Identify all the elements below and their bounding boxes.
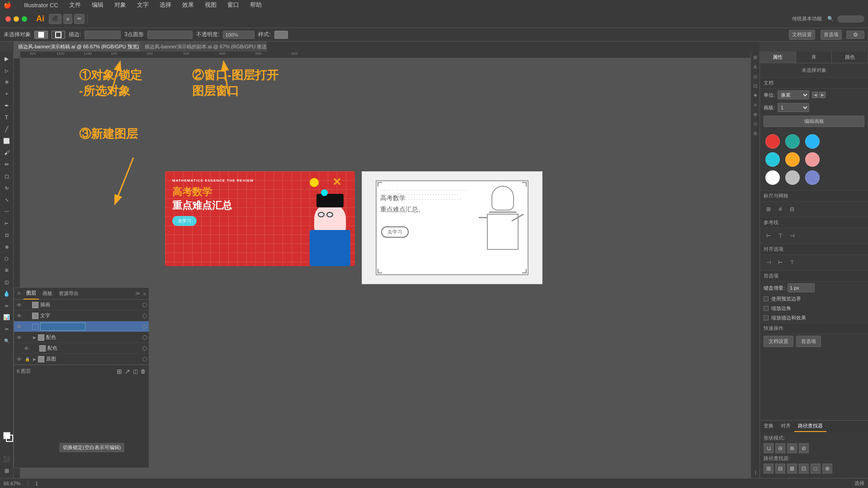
panel-icon-9[interactable]: ⊚ [751, 129, 760, 137]
layer-name-illustration[interactable]: 插画 [40, 301, 141, 308]
panel-icon-1[interactable]: ⊞ [751, 53, 760, 61]
draw-mode[interactable]: ⬛ [1, 454, 12, 465]
panel-icon-bottom[interactable]: ⟩ [751, 468, 760, 476]
panel-icon-6[interactable]: ≡ [751, 101, 760, 109]
layer-lock-original[interactable]: 🔒 [24, 356, 30, 362]
trim-btn[interactable]: ⊟ [775, 464, 785, 474]
search-icon[interactable]: 🔍 [827, 16, 837, 22]
layer-name-text[interactable]: 文字 [40, 312, 141, 319]
show-ruler-icon[interactable]: ⊞ [764, 204, 774, 214]
unite-btn[interactable]: ⊔ [764, 443, 774, 453]
layer-target-text[interactable] [142, 314, 147, 318]
layer-visibility-original[interactable]: 👁 [16, 356, 22, 362]
magic-wand-tool[interactable]: ✳ [1, 77, 12, 88]
swatch-orange[interactable] [785, 152, 800, 167]
direct-selection-tool[interactable]: ▷ [1, 65, 12, 76]
preview-bounds-checkbox[interactable] [764, 296, 769, 301]
swatch-red[interactable] [765, 134, 780, 149]
swatch-lightblue[interactable] [805, 134, 820, 149]
swatch-white[interactable] [765, 170, 780, 185]
align-tab[interactable]: 对齐 [777, 421, 794, 432]
opacity-input[interactable]: 100% [223, 31, 255, 39]
new-layer-btn[interactable]: ⊞ [117, 368, 122, 375]
layer-visibility-colors-sub[interactable]: 👁 [23, 345, 29, 352]
style-preview[interactable] [274, 31, 288, 39]
outline-btn[interactable]: □ [811, 464, 821, 474]
artboard-select[interactable]: 1 [778, 103, 809, 112]
menu-edit[interactable]: 编辑 [90, 1, 105, 9]
transform-tab[interactable]: 变换 [760, 421, 777, 432]
keyboard-increment-input[interactable] [788, 283, 815, 292]
shape-selector[interactable] [147, 31, 193, 39]
layer-target-original[interactable] [142, 357, 147, 361]
blend-tool[interactable]: ∞ [1, 300, 12, 311]
snap-icon[interactable]: ⊟ [787, 204, 797, 214]
arrange-btn[interactable]: ⬛ [49, 14, 61, 24]
edit-artboards-btn[interactable]: 编辑画板 [764, 116, 864, 127]
layer-target-active[interactable] [142, 324, 147, 329]
chart-tool[interactable]: 📊 [1, 312, 12, 323]
swatch-cyan[interactable] [765, 152, 780, 167]
align-left-icon[interactable]: ⊣ [764, 258, 774, 267]
apple-menu[interactable]: 🍎 [4, 1, 11, 9]
zoom-tool[interactable]: 🔍 [1, 335, 12, 346]
minus-back-btn[interactable]: ⊕ [822, 464, 832, 474]
layer-name-input-active[interactable] [40, 323, 85, 331]
panel-icon-5[interactable]: ✦ [751, 91, 760, 99]
slice-tool[interactable]: ✂ [1, 324, 12, 334]
duplicate-layer-btn[interactable]: ◫ [133, 368, 138, 375]
layer-visibility-colors[interactable]: 👁 [16, 334, 22, 341]
line-tool[interactable]: ╱ [1, 124, 12, 135]
sharp-corners-checkbox[interactable] [764, 306, 769, 311]
crop-btn[interactable]: ⊡ [799, 464, 809, 474]
menu-type[interactable]: 文字 [135, 1, 151, 9]
layer-lock-colors-sub[interactable] [31, 345, 38, 352]
menu-window[interactable]: 窗口 [226, 1, 241, 9]
stroke-swatch[interactable] [52, 31, 65, 39]
guide-icon3[interactable]: ⊣ [787, 231, 797, 241]
width-tool[interactable]: ⊢ [1, 218, 12, 229]
panel-icon-8[interactable]: ⊙ [751, 120, 760, 128]
swatch-teal[interactable] [785, 134, 800, 149]
layer-lock-text[interactable] [24, 313, 30, 319]
lp-tab-export[interactable]: 资源导出 [56, 288, 81, 300]
menu-select[interactable]: 选择 [158, 1, 173, 9]
panel-icon-2[interactable]: A [751, 63, 760, 71]
panel-icon-7[interactable]: ⊕ [751, 110, 760, 118]
scale-strokes-checkbox[interactable] [764, 315, 769, 320]
menu-help[interactable]: 帮助 [248, 1, 264, 9]
swatch-pink[interactable] [805, 152, 820, 167]
tab-0[interactable]: 插边风-banner演示精稿.ai @ 66.67% (RGB/GPU 预览) … [14, 42, 140, 52]
eraser-tool[interactable]: ◻ [1, 171, 12, 182]
lp-tab-artboards[interactable]: 画板 [40, 288, 55, 300]
align-center-icon[interactable]: ⊢ [775, 258, 785, 267]
align-right-icon[interactable]: ⊤ [787, 258, 797, 267]
layer-visibility-text[interactable]: 👁 [16, 313, 22, 319]
swatch-gray[interactable] [785, 170, 800, 185]
divide-btn[interactable]: ⊞ [764, 464, 774, 474]
layer-lock-illustration[interactable] [24, 302, 30, 308]
lasso-tool[interactable]: ⌖ [1, 89, 12, 99]
shape-builder-tool[interactable]: ⊕ [1, 241, 12, 252]
menu-object[interactable]: 对象 [113, 1, 128, 9]
collapse-panel-icon[interactable]: ≫ [135, 291, 141, 296]
menu-file[interactable]: 文件 [67, 1, 83, 9]
pencil-tool[interactable]: ✏ [1, 159, 12, 170]
prev-artboard[interactable]: ◀ [812, 92, 818, 98]
layer-expand-original[interactable]: ▶ [33, 357, 36, 361]
rp-tab-color[interactable]: 颜色 [832, 52, 868, 63]
minus-front-btn[interactable]: ⊖ [775, 443, 785, 453]
quick-doc-settings-btn[interactable]: 文档设置 [764, 336, 793, 347]
mesh-tool[interactable]: ⊞ [1, 265, 12, 276]
warp-tool[interactable]: 〰 [1, 206, 12, 217]
menu-view[interactable]: 视图 [203, 1, 218, 9]
stroke-color-swatch[interactable] [6, 435, 13, 442]
type-tool[interactable]: T [1, 112, 12, 123]
free-transform-tool[interactable]: ⊡ [1, 230, 12, 240]
perspective-tool[interactable]: ⬡ [1, 253, 12, 264]
layers-panel-close[interactable]: ✕ [17, 291, 21, 296]
layer-target-illustration[interactable] [142, 303, 147, 307]
menu-illustrator[interactable]: Illustrator CC [22, 2, 60, 9]
show-grid-icon[interactable]: # [775, 204, 785, 214]
rotate-tool[interactable]: ↻ [1, 183, 12, 193]
